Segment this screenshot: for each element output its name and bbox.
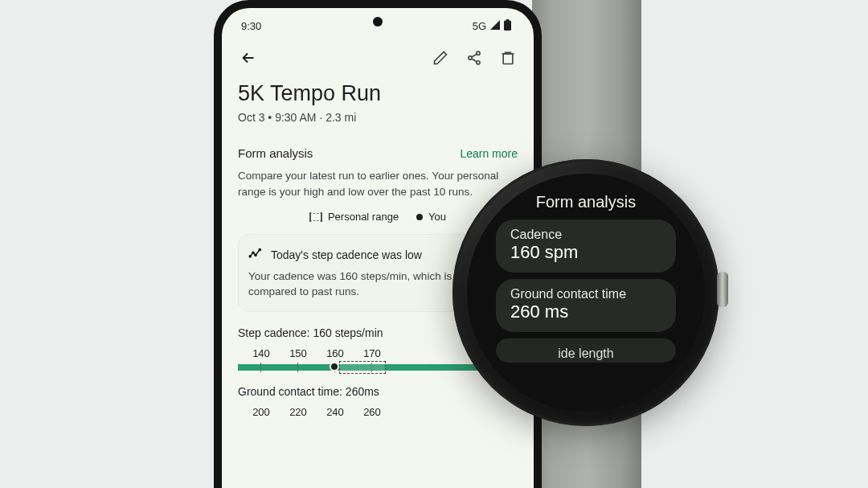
- camera-cutout: [373, 17, 383, 27]
- page-title: 5K Tempo Run: [238, 75, 518, 106]
- range-icon: [309, 213, 322, 221]
- status-time: 9:30: [241, 20, 261, 32]
- tick: 160: [325, 347, 346, 359]
- tick: 240: [325, 406, 346, 418]
- svg-point-8: [255, 254, 256, 256]
- gct-title: Ground contact time: 260ms: [238, 371, 518, 398]
- form-section-header: Form analysis Learn more: [238, 124, 518, 160]
- svg-point-7: [252, 252, 254, 253]
- legend-you-label: You: [428, 211, 446, 223]
- insight-icon: [248, 246, 263, 263]
- watch-card-gct[interactable]: Ground contact time 260 ms: [496, 279, 676, 332]
- svg-rect-1: [506, 19, 510, 21]
- top-actions: [238, 43, 518, 75]
- svg-point-2: [477, 51, 480, 55]
- delete-button[interactable]: [500, 50, 516, 66]
- signal-icon: [489, 20, 501, 32]
- tick: 170: [362, 347, 383, 359]
- svg-point-9: [259, 249, 260, 251]
- bar-tick: [260, 363, 261, 372]
- tick: 150: [288, 347, 309, 359]
- watch-card-value: 160 spm: [510, 242, 661, 263]
- cadence-you-marker: [330, 362, 339, 371]
- watch-card-value: 260 ms: [510, 301, 661, 322]
- back-button[interactable]: [240, 49, 257, 67]
- tick: 220: [288, 406, 309, 418]
- share-button[interactable]: [466, 50, 482, 66]
- page-subtitle: Oct 3 • 9:30 AM · 2.3 mi: [238, 106, 518, 124]
- watch-card-label: Ground contact time: [510, 287, 661, 301]
- tick: 200: [251, 406, 272, 418]
- form-description: Compare your latest run to earlier ones.…: [238, 160, 518, 199]
- battery-icon: [504, 19, 511, 33]
- status-right: 5G: [473, 19, 511, 33]
- watch-crown[interactable]: [717, 272, 728, 307]
- legend-you: You: [416, 211, 446, 223]
- edit-button[interactable]: [432, 50, 448, 66]
- dot-icon: [416, 214, 423, 220]
- svg-point-6: [249, 256, 251, 257]
- legend-range-label: Personal range: [328, 211, 399, 223]
- learn-more-link[interactable]: Learn more: [460, 147, 518, 160]
- cadence-range-marker: [339, 361, 386, 374]
- watch-title: Form analysis: [536, 193, 636, 219]
- svg-rect-5: [503, 54, 513, 64]
- watch-card-stride[interactable]: ide length: [496, 338, 676, 363]
- watch-screen: Form analysis Cadence 160 spm Ground con…: [467, 174, 705, 412]
- bar-tick: [297, 363, 298, 372]
- tick: 140: [251, 347, 272, 359]
- insight-title: Today's step cadence was low: [271, 248, 422, 261]
- tick: 260: [362, 406, 383, 418]
- svg-point-4: [477, 61, 480, 64]
- watch-card-label: Cadence: [510, 228, 661, 242]
- watch-card-cadence[interactable]: Cadence 160 spm: [496, 219, 676, 273]
- svg-point-3: [469, 56, 472, 59]
- watch-frame: Form analysis Cadence 160 spm Ground con…: [452, 159, 719, 426]
- gct-ticks: 200 220 240 260: [238, 398, 518, 421]
- form-heading: Form analysis: [238, 146, 313, 160]
- svg-rect-0: [504, 21, 511, 31]
- watch-card-label: ide length: [510, 347, 661, 361]
- network-label: 5G: [473, 20, 486, 32]
- legend-personal-range: Personal range: [309, 211, 399, 223]
